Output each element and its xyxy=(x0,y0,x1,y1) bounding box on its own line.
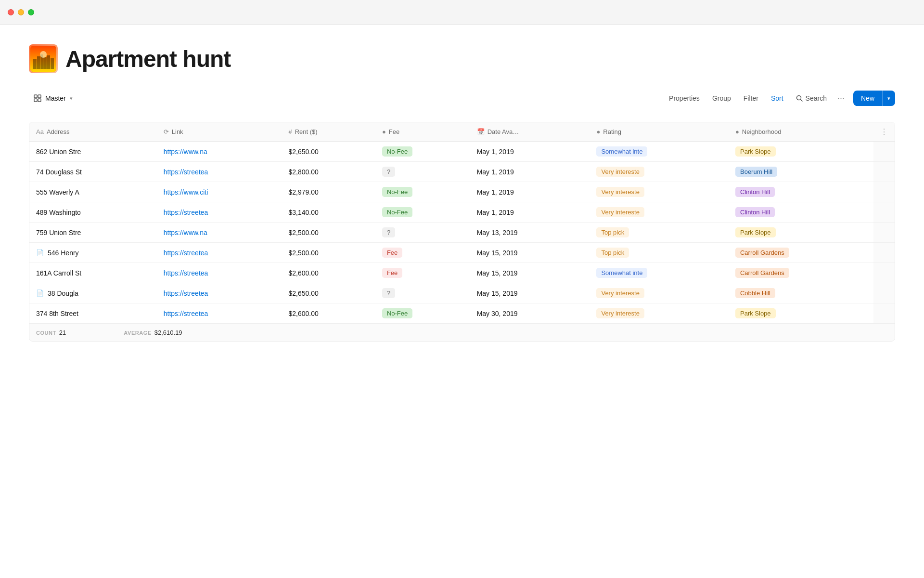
cell-link[interactable]: https://www.citi xyxy=(157,182,282,202)
cell-rating: Top pick xyxy=(590,243,729,263)
cell-date: May 15, 2019 xyxy=(470,283,590,303)
svg-point-8 xyxy=(40,51,47,58)
col-header-neighborhood[interactable]: ● Neighborhood xyxy=(729,122,873,142)
circle-icon-rating: ● xyxy=(596,128,600,135)
filter-button[interactable]: Filter xyxy=(738,92,764,105)
hash-icon: # xyxy=(288,128,292,135)
cell-extra xyxy=(873,202,895,223)
cell-date: May 30, 2019 xyxy=(470,303,590,324)
col-header-extra: ⋮ xyxy=(873,122,895,142)
close-button[interactable] xyxy=(8,9,14,15)
minimize-button[interactable] xyxy=(18,9,24,15)
cell-rent: $2,800.00 xyxy=(282,162,375,182)
cell-link[interactable]: https://www.na xyxy=(157,223,282,243)
cell-extra xyxy=(873,223,895,243)
cell-link[interactable]: https://www.na xyxy=(157,142,282,162)
cell-rent: $2,979.00 xyxy=(282,182,375,202)
table-row[interactable]: 📄38 Douglahttps://streetea$2,650.00?May … xyxy=(29,283,895,303)
maximize-button[interactable] xyxy=(28,9,34,15)
svg-rect-5 xyxy=(43,57,47,69)
col-header-rating[interactable]: ● Rating xyxy=(590,122,729,142)
cell-neighborhood: Park Slope xyxy=(729,142,873,162)
data-table: Aa Address ⟳ Link # Rent ($) xyxy=(29,122,895,324)
sort-button[interactable]: Sort xyxy=(765,92,789,105)
group-button[interactable]: Group xyxy=(706,92,737,105)
cell-rent: $2,650.00 xyxy=(282,142,375,162)
cell-address: 📄546 Henry xyxy=(29,243,157,263)
svg-rect-11 xyxy=(34,99,37,102)
new-button-wrapper: New ▾ xyxy=(853,91,895,106)
cell-neighborhood: Park Slope xyxy=(729,303,873,324)
cell-rent: $2,500.00 xyxy=(282,243,375,263)
col-header-date[interactable]: 📅 Date Ava… xyxy=(470,122,590,142)
search-icon xyxy=(796,95,803,102)
cell-rating: Very intereste xyxy=(590,303,729,324)
cell-fee: No-Fee xyxy=(375,142,470,162)
search-button[interactable]: Search xyxy=(790,92,833,105)
cell-date: May 1, 2019 xyxy=(470,142,590,162)
new-button[interactable]: New xyxy=(853,91,882,106)
cell-neighborhood: Clinton Hill xyxy=(729,202,873,223)
cell-link[interactable]: https://streetea xyxy=(157,283,282,303)
cell-address: 374 8th Street xyxy=(29,303,157,324)
cell-extra xyxy=(873,243,895,263)
table-row[interactable]: 📄546 Henryhttps://streetea$2,500.00FeeMa… xyxy=(29,243,895,263)
calendar-icon: 📅 xyxy=(477,128,485,135)
cell-address: 📄38 Dougla xyxy=(29,283,157,303)
toolbar-actions: Properties Group Filter Sort Search ··· xyxy=(663,91,895,106)
new-button-dropdown[interactable]: ▾ xyxy=(882,91,895,106)
col-header-address[interactable]: Aa Address xyxy=(29,122,157,142)
link-icon: ⟳ xyxy=(164,128,169,135)
cell-address: 489 Washingtο xyxy=(29,202,157,223)
svg-rect-7 xyxy=(51,58,54,69)
table-row[interactable]: 862 Union Strehttps://www.na$2,650.00No-… xyxy=(29,142,895,162)
table-row[interactable]: 759 Union Strehttps://www.na$2,500.00?Ma… xyxy=(29,223,895,243)
table-row[interactable]: 374 8th Streethttps://streetea$2,600.00N… xyxy=(29,303,895,324)
cell-extra xyxy=(873,283,895,303)
cell-fee: ? xyxy=(375,162,470,182)
cell-address: 759 Union Stre xyxy=(29,223,157,243)
table-row[interactable]: 74 Douglass Sthttps://streetea$2,800.00?… xyxy=(29,162,895,182)
cell-neighborhood: Clinton Hill xyxy=(729,182,873,202)
cell-address: 862 Union Stre xyxy=(29,142,157,162)
table-row[interactable]: 161A Carroll Sthttps://streetea$2,600.00… xyxy=(29,263,895,283)
svg-rect-2 xyxy=(33,59,37,69)
toolbar-left: Master ▾ xyxy=(29,92,77,105)
cell-link[interactable]: https://streetea xyxy=(157,202,282,223)
cell-link[interactable]: https://streetea xyxy=(157,243,282,263)
cell-fee: Fee xyxy=(375,263,470,283)
cell-extra xyxy=(873,162,895,182)
cell-fee: ? xyxy=(375,223,470,243)
col-header-link[interactable]: ⟳ Link xyxy=(157,122,282,142)
cell-neighborhood: Carroll Gardens xyxy=(729,263,873,283)
cell-rating: Top pick xyxy=(590,223,729,243)
cell-link[interactable]: https://streetea xyxy=(157,263,282,283)
col-header-fee[interactable]: ● Fee xyxy=(375,122,470,142)
cell-rent: $2,600.00 xyxy=(282,303,375,324)
cell-date: May 1, 2019 xyxy=(470,162,590,182)
cell-rent: $2,650.00 xyxy=(282,283,375,303)
properties-button[interactable]: Properties xyxy=(663,92,706,105)
view-label: Master xyxy=(45,94,66,102)
cell-date: May 1, 2019 xyxy=(470,182,590,202)
page-icon xyxy=(29,44,58,73)
page-header: Apartment hunt xyxy=(29,44,895,73)
table-row[interactable]: 555 Waverly Ahttps://www.citi$2,979.00No… xyxy=(29,182,895,202)
cell-link[interactable]: https://streetea xyxy=(157,162,282,182)
cell-fee: No-Fee xyxy=(375,202,470,223)
cell-neighborhood: Carroll Gardens xyxy=(729,243,873,263)
svg-line-14 xyxy=(800,100,802,102)
table-row[interactable]: 489 Washingtοhttps://streetea$3,140.00No… xyxy=(29,202,895,223)
cell-link[interactable]: https://streetea xyxy=(157,303,282,324)
toolbar: Master ▾ Properties Group Filter Sort xyxy=(29,91,895,112)
cell-fee: ? xyxy=(375,283,470,303)
cell-rent: $2,500.00 xyxy=(282,223,375,243)
cell-fee: No-Fee xyxy=(375,182,470,202)
view-selector[interactable]: Master ▾ xyxy=(29,92,77,105)
more-options-button[interactable]: ··· xyxy=(834,92,848,105)
cell-address: 161A Carroll St xyxy=(29,263,157,283)
svg-rect-9 xyxy=(34,95,37,98)
col-header-rent[interactable]: # Rent ($) xyxy=(282,122,375,142)
chevron-down-icon: ▾ xyxy=(70,95,73,102)
more-columns-icon[interactable]: ⋮ xyxy=(880,128,888,136)
